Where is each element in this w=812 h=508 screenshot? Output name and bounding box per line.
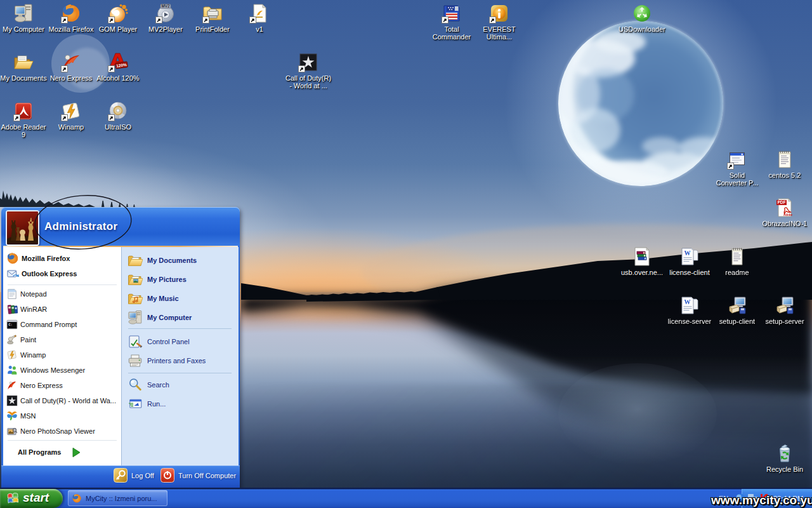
svg-text:Adobe: Adobe [783,213,792,217]
svg-text:W: W [684,298,691,305]
svg-text:W: W [684,250,691,257]
svg-text:PDF: PDF [778,200,786,204]
svg-text:MV2: MV2 [161,4,170,8]
svg-text:C:: C: [8,323,12,327]
